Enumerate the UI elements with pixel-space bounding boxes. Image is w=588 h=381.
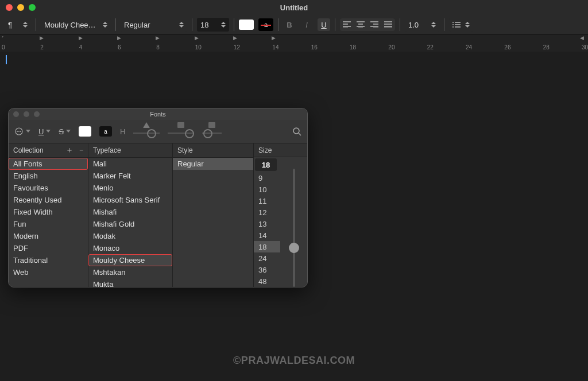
typeface-item[interactable]: Mouldy Cheese	[88, 254, 172, 266]
paragraph-menu[interactable]: ¶	[5, 18, 31, 32]
style-column: Style Regular	[173, 143, 254, 287]
ruler-tick: 18	[350, 44, 356, 50]
tab-marker[interactable]: ▶	[117, 35, 121, 41]
shadow-offset-slider[interactable]	[202, 125, 222, 138]
align-right-button[interactable]	[368, 18, 381, 31]
slider-knob[interactable]	[289, 243, 299, 253]
ruler-tick: 10	[195, 44, 202, 50]
line-spacing-select[interactable]: 1.0	[405, 18, 439, 32]
size-option[interactable]: 12	[254, 207, 280, 218]
style-list[interactable]: Regular	[173, 158, 253, 287]
minimize-button[interactable]	[17, 4, 24, 11]
tab-marker[interactable]: ▶	[156, 35, 160, 41]
font-style-select[interactable]: Regular	[121, 18, 187, 32]
collection-item[interactable]: Modern	[9, 230, 88, 242]
watermark-text: ©PRAJWALDESAI.COM	[233, 355, 355, 367]
typography-button[interactable]: H	[120, 127, 125, 136]
size-slider[interactable]	[280, 157, 307, 287]
fonts-panel[interactable]: Fonts U S a H Collection ＋ −	[8, 108, 308, 287]
bold-button[interactable]: B	[283, 18, 296, 31]
tab-marker[interactable]: ▶	[233, 35, 237, 41]
text-color-swatch[interactable]	[79, 126, 91, 137]
maximize-button[interactable]	[29, 4, 36, 11]
typeface-list[interactable]: MaliMarker FeltMenloMicrosoft Sans Serif…	[88, 158, 172, 287]
typeface-item[interactable]: Mishafi	[88, 206, 172, 218]
font-family-select[interactable]: Mouldy Chee…	[41, 18, 111, 32]
style-item[interactable]: Regular	[173, 158, 253, 170]
stepper-icon	[431, 21, 436, 28]
stepper-icon	[179, 21, 184, 28]
collection-item[interactable]: Traditional	[9, 254, 88, 266]
typeface-item[interactable]: Menlo	[88, 182, 172, 194]
search-button[interactable]	[292, 127, 301, 136]
tab-marker[interactable]: ▶	[272, 35, 276, 41]
collection-item[interactable]: Fun	[9, 218, 88, 230]
font-size-field[interactable]: 18	[197, 18, 229, 32]
typeface-item[interactable]: Marker Felt	[88, 170, 172, 182]
size-option[interactable]: 18	[254, 241, 280, 252]
underline-button[interactable]: U	[318, 18, 330, 31]
shadow-opacity-slider[interactable]	[133, 125, 160, 138]
collection-header: Collection ＋ −	[9, 143, 88, 158]
svg-point-1	[452, 24, 454, 25]
add-collection-button[interactable]: ＋	[65, 145, 74, 155]
italic-button[interactable]: I	[300, 18, 313, 31]
typeface-header: Typeface	[88, 143, 172, 158]
fonts-panel-titlebar[interactable]: Fonts	[9, 108, 307, 120]
size-option[interactable]: 36	[254, 264, 280, 275]
svg-point-0	[452, 22, 454, 23]
left-indent-marker[interactable]: ⎖	[1, 35, 4, 41]
typeface-item[interactable]: Modak	[88, 230, 172, 242]
tab-marker[interactable]: ▶	[195, 35, 199, 41]
typeface-item[interactable]: Mukta	[88, 278, 172, 287]
panel-maximize-button[interactable]	[34, 111, 40, 117]
panel-minimize-button[interactable]	[24, 111, 29, 117]
collection-item[interactable]: PDF	[9, 242, 88, 254]
tab-marker[interactable]: ▶	[79, 35, 83, 41]
collection-item[interactable]: Recently Used	[9, 194, 88, 206]
align-left-button[interactable]	[340, 18, 354, 31]
strikethrough-menu[interactable]: S	[59, 127, 71, 136]
fonts-actions-menu[interactable]	[14, 127, 30, 136]
underline-menu[interactable]: U	[38, 127, 51, 136]
strike-color-button[interactable]: a	[258, 18, 273, 31]
shadow-blur-slider[interactable]	[168, 125, 194, 138]
size-input[interactable]: 18	[255, 158, 277, 171]
size-option[interactable]: 9	[254, 172, 280, 184]
panel-close-button[interactable]	[13, 111, 19, 117]
ruler-tick: 4	[79, 44, 83, 50]
collection-item[interactable]: All Fonts	[9, 158, 88, 170]
ruler-tick: 26	[504, 44, 510, 50]
ruler-tick: 20	[388, 44, 394, 50]
letter-a-icon: a	[264, 21, 268, 28]
right-indent-marker[interactable]: ◀	[580, 35, 584, 41]
align-justify-button[interactable]	[381, 18, 395, 31]
collection-item[interactable]: English	[9, 170, 88, 182]
document-color-swatch[interactable]: a	[99, 126, 112, 137]
typeface-item[interactable]: Microsoft Sans Serif	[88, 194, 172, 206]
size-option[interactable]: 11	[254, 195, 280, 207]
collection-item[interactable]: Favourites	[9, 182, 88, 194]
collection-item[interactable]: Fixed Width	[9, 206, 88, 218]
close-button[interactable]	[6, 4, 13, 11]
size-option[interactable]: 24	[254, 252, 280, 264]
size-option[interactable]: 14	[254, 230, 280, 241]
tab-marker[interactable]: ▶	[40, 35, 44, 41]
collection-list[interactable]: All FontsEnglishFavouritesRecently UsedF…	[9, 158, 88, 287]
size-option[interactable]: 10	[254, 184, 280, 195]
typeface-item[interactable]: Mishafi Gold	[88, 218, 172, 230]
remove-collection-button[interactable]: −	[79, 146, 83, 154]
dots-circle-icon	[14, 127, 24, 136]
typeface-item[interactable]: Mali	[88, 158, 172, 170]
size-list[interactable]: 18 9101112131418243648	[254, 157, 280, 287]
typeface-item[interactable]: Mshtakan	[88, 266, 172, 278]
typeface-item[interactable]: Monaco	[88, 242, 172, 254]
size-option[interactable]: 13	[254, 218, 280, 230]
collection-item[interactable]: Web	[9, 266, 88, 278]
font-style-value: Regular	[124, 21, 150, 29]
size-option[interactable]: 48	[254, 275, 280, 287]
ruler[interactable]: 0▶2▶4▶6▶8▶10▶12▶141618202224262830◀⎖	[0, 35, 588, 53]
list-style-select[interactable]	[449, 18, 473, 32]
align-center-button[interactable]	[354, 18, 368, 31]
text-color-swatch[interactable]	[239, 20, 254, 30]
